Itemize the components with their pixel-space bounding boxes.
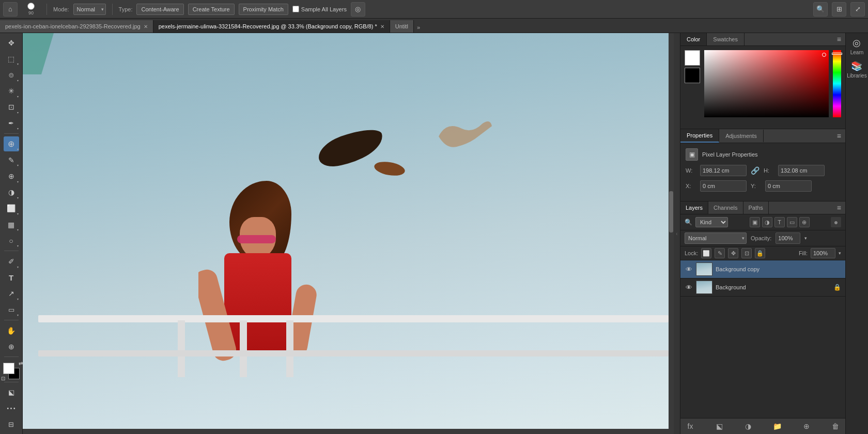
filter-toggle-btn[interactable]: ● <box>831 217 841 227</box>
quick-mask-btn[interactable]: ⬕ <box>4 385 19 400</box>
marquee-tool[interactable]: ⬚ ▾ <box>4 51 19 66</box>
color-tab[interactable]: Color <box>680 33 707 45</box>
add-fx-btn[interactable]: fx <box>685 421 696 432</box>
tabs-overflow[interactable]: » <box>414 22 423 33</box>
height-input[interactable] <box>778 165 825 176</box>
layer-item-bg[interactable]: 👁 Background 🔒 <box>680 278 845 297</box>
hand-tool[interactable]: ✋ <box>4 323 19 338</box>
blend-mode-dropdown[interactable]: Normal Multiply Screen Overlay <box>685 233 747 244</box>
tab-1-close[interactable]: ✕ <box>144 24 148 29</box>
pen-tool[interactable]: ✐ ▾ <box>4 254 19 269</box>
text-tool[interactable]: T <box>4 270 19 285</box>
filter-smart-btn[interactable]: ⊕ <box>799 217 810 227</box>
swap-colors-icon[interactable]: ⇄ <box>19 361 23 366</box>
proximity-match-btn[interactable]: Proximity Match <box>239 4 288 15</box>
create-texture-btn[interactable]: Create Texture <box>188 4 235 15</box>
crop-tool[interactable]: ⊡ ▾ <box>4 100 19 115</box>
new-group-btn[interactable]: 📁 <box>772 421 783 432</box>
add-mask-btn[interactable]: ⬕ <box>714 421 725 432</box>
layers-tab[interactable]: Layers <box>680 202 708 214</box>
eyedropper-tool[interactable]: ✒ ▾ <box>4 116 19 131</box>
fill-arrow[interactable]: ▾ <box>839 251 841 256</box>
filter-shape-btn[interactable]: ▭ <box>787 217 797 227</box>
libraries-btn[interactable]: 📚 Libraries <box>847 60 866 79</box>
vertical-scrollbar-thumb[interactable] <box>669 191 673 233</box>
link-dimensions-icon[interactable]: 🔗 <box>751 166 760 175</box>
lock-artboard-btn[interactable]: ⊡ <box>741 248 752 258</box>
tab-2[interactable]: pexels-jermaine-ulinwa-3321584-Recovered… <box>153 20 390 33</box>
channels-tab[interactable]: Channels <box>708 202 743 214</box>
filter-type-btn[interactable]: T <box>774 217 785 227</box>
y-input[interactable] <box>765 180 812 192</box>
arrange-btn[interactable]: ⊞ <box>832 2 846 17</box>
filter-adjustment-btn[interactable]: ◑ <box>762 217 772 227</box>
tab-1[interactable]: pexels-ion-ceban-ionelceban-2929835-Reco… <box>0 20 153 33</box>
expand-btn[interactable]: ⤢ <box>850 2 865 17</box>
sub-arrow: ▾ <box>17 244 19 247</box>
background-color-swatch[interactable] <box>685 68 700 83</box>
lock-pixels-btn[interactable]: ✎ <box>715 248 725 258</box>
properties-panel-menu[interactable]: ≡ <box>833 132 845 140</box>
lasso-tool[interactable]: ⌾ ▾ <box>4 67 19 82</box>
panel-collapse-left[interactable]: ‹ <box>674 33 680 434</box>
sample-all-layers-check[interactable]: Sample All Layers <box>292 6 347 12</box>
reset-colors-icon[interactable]: ⊡ <box>1 376 5 381</box>
layer-item-bg-copy[interactable]: 👁 Background copy <box>680 260 845 278</box>
paths-tab[interactable]: Paths <box>743 202 769 214</box>
history-brush-tool[interactable]: ◑ ▾ <box>4 185 19 200</box>
angle-btn[interactable]: ◎ <box>351 2 365 17</box>
layer-bg-visibility[interactable]: 👁 <box>685 283 693 291</box>
brush-tool[interactable]: ✎ ▾ <box>4 152 19 167</box>
heal-tool[interactable]: ⊕ ▾ <box>4 136 19 151</box>
gradient-tool[interactable]: ▦ ▾ <box>4 217 19 232</box>
color-hue-strip[interactable] <box>833 50 841 117</box>
pixel-layer-row: ▣ Pixel Layer Properties <box>686 148 840 161</box>
more-tools-btn[interactable]: • • • <box>4 401 19 416</box>
move-tool[interactable]: ✥ <box>4 35 19 50</box>
home-button[interactable]: ⌂ <box>3 2 18 17</box>
learn-btn[interactable]: ◎ Learn <box>850 37 864 55</box>
path-select-tool[interactable]: ↗ ▾ <box>4 286 19 301</box>
search-btn[interactable]: 🔍 <box>813 2 828 17</box>
eraser-tool[interactable]: ⬜ ▾ <box>4 201 19 216</box>
layers-panel-menu[interactable]: ≡ <box>833 204 845 212</box>
zoom-tool[interactable]: ⊕ <box>4 339 19 354</box>
create-adjustment-btn[interactable]: ◑ <box>742 421 754 432</box>
fill-input[interactable] <box>811 248 835 258</box>
color-panel-menu[interactable]: ≡ <box>833 35 845 43</box>
new-layer-btn[interactable]: ⊕ <box>801 421 812 432</box>
dodge-tool[interactable]: ○ ▾ <box>4 233 19 248</box>
screen-mode-btn[interactable]: ⊟ <box>4 417 19 432</box>
sub-arrow: ▾ <box>17 62 19 66</box>
opacity-input[interactable] <box>776 233 800 244</box>
tab-2-close[interactable]: ✕ <box>380 24 384 29</box>
layer-bg-copy-visibility[interactable]: 👁 <box>685 265 693 273</box>
delete-layer-btn[interactable]: 🗑 <box>830 421 841 432</box>
collapse-left-icon: ‹ <box>676 231 677 237</box>
kind-dropdown[interactable]: Kind <box>695 217 728 227</box>
vertical-scrollbar[interactable] <box>669 33 674 429</box>
clone-tool[interactable]: ⊕ ▾ <box>4 168 19 183</box>
mode-dropdown[interactable]: Normal Darken Lighten <box>73 4 106 15</box>
lock-position-btn[interactable]: ✥ <box>728 248 738 258</box>
magic-wand-tool[interactable]: ✳ ▾ <box>4 84 19 99</box>
x-input[interactable] <box>700 180 747 192</box>
properties-tab[interactable]: Properties <box>680 129 719 143</box>
swatches-tab[interactable]: Swatches <box>707 33 745 45</box>
horizontal-scrollbar[interactable] <box>23 429 669 434</box>
foreground-color-swatch[interactable] <box>685 50 700 66</box>
canvas-area[interactable] <box>23 33 674 434</box>
filter-pixel-btn[interactable]: ▣ <box>750 217 760 227</box>
fence-post-3 <box>286 320 293 377</box>
shape-tool[interactable]: ▭ ▾ <box>4 302 19 317</box>
lock-transparent-btn[interactable]: ⬜ <box>701 248 711 258</box>
lock-all-btn[interactable]: 🔒 <box>755 248 765 258</box>
content-aware-btn[interactable]: Content-Aware <box>136 4 183 15</box>
sample-all-layers-input[interactable] <box>292 6 299 12</box>
opacity-arrow[interactable]: ▾ <box>804 236 807 241</box>
adjustments-tab[interactable]: Adjustments <box>719 130 764 142</box>
width-input[interactable] <box>700 165 747 176</box>
fg-color-swatch[interactable] <box>3 363 14 374</box>
tab-3[interactable]: Untitl <box>390 20 414 33</box>
color-picker-gradient[interactable] <box>704 50 829 117</box>
